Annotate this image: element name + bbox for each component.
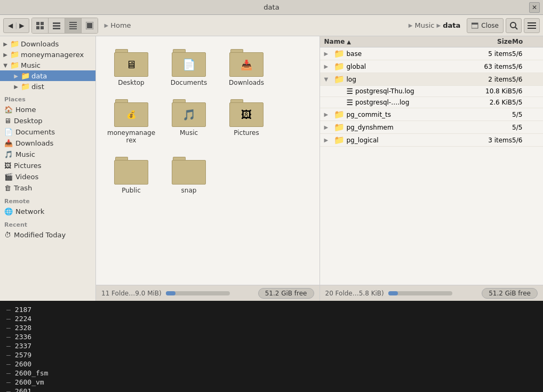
sidebar-item-videos[interactable]: 🎬 Videos bbox=[0, 171, 95, 182]
terminal-text: 2600 bbox=[15, 360, 31, 368]
terminal-line: — 2336 bbox=[6, 332, 537, 341]
breadcrumb-home[interactable]: Home bbox=[110, 21, 131, 29]
right-progress-track bbox=[388, 291, 452, 295]
left-progress-track bbox=[166, 291, 230, 295]
sidebar-label: Desktop bbox=[14, 117, 43, 125]
sidebar-item-desktop[interactable]: 🖥 Desktop bbox=[0, 115, 95, 126]
sidebar-item-music-tree[interactable]: ▼ 📁 Music bbox=[0, 60, 95, 70]
file-label: moneymanagerex bbox=[107, 129, 156, 144]
expand-icon: ▶ bbox=[324, 51, 332, 57]
svg-rect-5 bbox=[53, 25, 60, 27]
window-close-button[interactable]: ✕ bbox=[529, 2, 540, 13]
detail-view: Name ▲ Size Mo ▶ 📁 base 5 items bbox=[320, 36, 544, 285]
sidebar-item-trash[interactable]: 🗑 Trash bbox=[0, 182, 95, 194]
col-size-header[interactable]: Size bbox=[469, 38, 512, 45]
home-icon: 🏠 bbox=[4, 106, 13, 114]
search-button[interactable] bbox=[506, 18, 522, 33]
col-name-header[interactable]: Name ▲ bbox=[324, 38, 470, 45]
sidebar-label: Home bbox=[15, 106, 36, 114]
row-mod: 5/6 bbox=[512, 50, 539, 58]
folder-icon: 📁 bbox=[10, 39, 19, 48]
left-breadcrumb: ▶ Home bbox=[105, 21, 131, 29]
view-icon-large-button[interactable] bbox=[82, 18, 98, 33]
sidebar-label: Videos bbox=[15, 173, 38, 181]
sidebar-label: Modified Today bbox=[14, 231, 66, 239]
terminal-text: 2337 bbox=[15, 342, 31, 350]
sidebar-item-documents[interactable]: 📄 Documents bbox=[0, 126, 95, 138]
desktop-icon: 🖥 bbox=[4, 117, 11, 125]
file-item-moneymanagerex[interactable]: 💰 moneymanagerex bbox=[105, 95, 158, 148]
svg-rect-4 bbox=[53, 22, 60, 24]
detail-row-postgresql-thu[interactable]: · ☰ postgresql-Thu.log 10.8 KiB 5/6 bbox=[320, 86, 544, 97]
sidebar-item-modified-today[interactable]: ⏱ Modified Today bbox=[0, 229, 95, 241]
svg-rect-10 bbox=[69, 28, 77, 29]
expand-icon: ▶ bbox=[324, 137, 332, 143]
forward-icon: ▶ bbox=[19, 22, 24, 29]
breadcrumb-music-arrow: ▶ bbox=[409, 22, 413, 28]
menu-button[interactable] bbox=[524, 18, 540, 33]
sidebar-item-moneymanagerex-tree[interactable]: ▶ 📁 moneymanagerex bbox=[0, 49, 95, 60]
sidebar-item-downloads[interactable]: 📥 Downloads bbox=[0, 138, 95, 149]
sidebar-label: Documents bbox=[15, 128, 55, 136]
detail-row-base[interactable]: ▶ 📁 base 5 items 5/6 bbox=[320, 47, 544, 60]
detail-row-pg-dynshmem[interactable]: ▶ 📁 pg_dynshmem 5/5 bbox=[320, 121, 544, 134]
terminal-text: 2187 bbox=[15, 306, 31, 314]
sort-arrow: ▲ bbox=[347, 39, 351, 45]
view-icons-button[interactable] bbox=[32, 18, 49, 33]
breadcrumb-data[interactable]: data bbox=[443, 21, 460, 29]
sidebar-item-data-tree[interactable]: ▶ 📁 data bbox=[0, 70, 95, 81]
breadcrumb-music[interactable]: Music bbox=[415, 21, 435, 29]
nav-back-forward-group[interactable]: ◀ | ▶ bbox=[3, 18, 29, 33]
file-item-desktop[interactable]: 🖥 Desktop bbox=[105, 45, 158, 91]
close-button[interactable]: Close bbox=[467, 18, 504, 33]
row-mod: 5/5 bbox=[512, 124, 539, 131]
row-size: 3 items bbox=[469, 137, 512, 144]
row-name: pg_dynshmem bbox=[347, 124, 470, 131]
left-progress-fill bbox=[166, 291, 175, 295]
sidebar-item-network[interactable]: 🌐 Network bbox=[0, 206, 95, 217]
sidebar-item-downloads-tree[interactable]: ▶ 📁 Downloads bbox=[0, 38, 95, 49]
sidebar-label: Network bbox=[15, 207, 44, 215]
detail-row-log[interactable]: ▼ 📁 log 2 items 5/6 bbox=[320, 73, 544, 86]
svg-rect-1 bbox=[41, 22, 44, 25]
folder-icon: 📁 bbox=[21, 71, 30, 80]
view-compact-button[interactable] bbox=[65, 18, 82, 33]
file-item-documents[interactable]: 📄 Documents bbox=[162, 45, 215, 91]
svg-rect-17 bbox=[528, 22, 536, 23]
places-label: Places bbox=[0, 92, 95, 104]
location-breadcrumb: ▶ Music ▶ data bbox=[409, 21, 460, 29]
sidebar-item-home[interactable]: 🏠 Home bbox=[0, 104, 95, 115]
file-label: Music bbox=[180, 129, 198, 137]
remote-label: Remote bbox=[0, 194, 95, 206]
file-item-music[interactable]: 🎵 Music bbox=[162, 95, 215, 148]
file-item-pictures[interactable]: 🖼 Pictures bbox=[220, 95, 273, 148]
detail-row-global[interactable]: ▶ 📁 global 63 items 5/6 bbox=[320, 60, 544, 73]
terminal-line: — 2600 bbox=[6, 359, 537, 369]
row-mod: 5/6 bbox=[512, 76, 539, 83]
file-item-downloads[interactable]: 📥 Downloads bbox=[220, 45, 273, 91]
detail-row-postgresql-old[interactable]: · ☰ postgresql-….log 2.6 KiB 5/5 bbox=[320, 97, 544, 108]
videos-icon: 🎬 bbox=[4, 173, 13, 181]
row-name: base bbox=[347, 50, 470, 58]
expand-icon: · bbox=[337, 89, 345, 94]
sidebar-item-pictures[interactable]: 🖼 Pictures bbox=[0, 160, 95, 171]
col-mod-header[interactable]: Mo bbox=[512, 38, 539, 45]
detail-row-pg-logical[interactable]: ▶ 📁 pg_logical 3 items 5/6 bbox=[320, 134, 544, 147]
view-list-button[interactable] bbox=[49, 18, 65, 33]
terminal-text: 2336 bbox=[15, 333, 31, 341]
left-status-text: 11 Folde…9.0 MiB) bbox=[101, 290, 162, 297]
sidebar-item-dist-tree[interactable]: ▶ 📁 dist bbox=[0, 81, 95, 92]
svg-line-16 bbox=[515, 27, 517, 29]
terminal-line: — 2579 bbox=[6, 350, 537, 359]
file-icon: ☰ bbox=[347, 87, 354, 95]
file-item-snap[interactable]: snap bbox=[162, 153, 215, 198]
terminal-line: — 2601 bbox=[6, 387, 537, 392]
window-title: data bbox=[263, 3, 279, 11]
sidebar-item-music[interactable]: 🎵 Music bbox=[0, 149, 95, 160]
clock-icon: ⏱ bbox=[4, 231, 11, 239]
svg-rect-14 bbox=[472, 23, 478, 25]
file-label: Desktop bbox=[118, 79, 145, 86]
sidebar-tree-label: Downloads bbox=[21, 40, 59, 48]
file-item-public[interactable]: Public bbox=[105, 153, 158, 198]
detail-row-pg-commit-ts[interactable]: ▶ 📁 pg_commit_ts 5/5 bbox=[320, 108, 544, 121]
